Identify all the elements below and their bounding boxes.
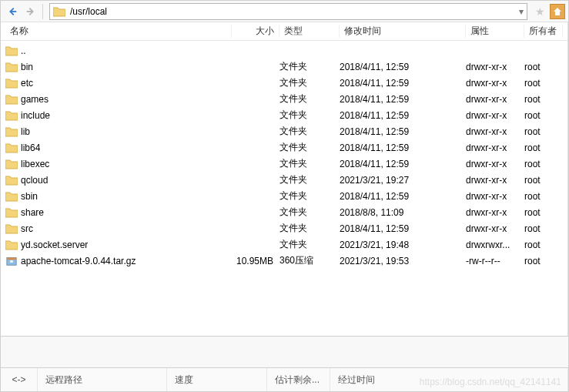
folder-icon: [5, 223, 18, 234]
folder-icon: [53, 6, 65, 17]
file-owner: root: [524, 175, 563, 186]
folder-icon: [5, 78, 18, 89]
file-row[interactable]: qcloud文件夹2021/3/21, 19:27drwxr-xr-xroot: [1, 172, 567, 188]
status-nav[interactable]: <->: [1, 368, 38, 391]
file-type: 360压缩: [279, 254, 340, 267]
file-list[interactable]: .. bin文件夹2018/4/11, 12:59drwxr-xr-xroote…: [1, 41, 567, 336]
transfer-blank: [1, 337, 568, 368]
path-input[interactable]: /usr/local ▾: [49, 3, 527, 20]
file-row[interactable]: src文件夹2018/4/11, 12:59drwxr-xr-xroot: [1, 220, 567, 236]
folder-icon: [5, 191, 18, 202]
file-type: 文件夹: [279, 109, 340, 122]
transfer-panel: <-> 远程路径 速度 估计剩余... 经过时间: [1, 336, 568, 391]
file-attr: drwxr-xr-x: [466, 223, 524, 234]
file-date: 2021/3/21, 19:48: [340, 240, 466, 250]
file-row[interactable]: lib文件夹2018/4/11, 12:59drwxr-xr-xroot: [1, 123, 567, 139]
file-row[interactable]: sbin文件夹2018/4/11, 12:59drwxr-xr-xroot: [1, 188, 567, 204]
file-date: 2021/3/21, 19:27: [340, 175, 466, 186]
file-type: 文件夹: [279, 238, 340, 251]
file-type: 文件夹: [279, 92, 340, 106]
file-row[interactable]: libexec文件夹2018/4/11, 12:59drwxr-xr-xroot: [1, 156, 567, 172]
svg-rect-2: [10, 260, 13, 263]
header-owner[interactable]: 所有者: [524, 25, 563, 38]
header-date[interactable]: 修改时间: [340, 25, 466, 38]
status-bar: <-> 远程路径 速度 估计剩余... 经过时间: [1, 368, 568, 391]
file-row[interactable]: apache-tomcat-9.0.44.tar.gz10.95MB360压缩2…: [1, 253, 567, 269]
file-owner: root: [524, 62, 563, 72]
status-remote-path[interactable]: 远程路径: [38, 368, 167, 391]
file-date: 2018/8/8, 11:09: [340, 207, 466, 218]
favorite-button[interactable]: ★: [532, 5, 548, 18]
file-date: 2021/3/21, 19:53: [340, 256, 466, 266]
file-type: 文件夹: [279, 60, 340, 73]
file-type: 文件夹: [279, 206, 340, 219]
file-date: 2018/4/11, 12:59: [340, 159, 466, 169]
file-name: qcloud: [21, 175, 48, 186]
file-size: 10.95MB: [232, 256, 279, 266]
header-attr[interactable]: 属性: [466, 25, 524, 38]
file-date: 2018/4/11, 12:59: [340, 110, 466, 121]
file-owner: root: [524, 94, 563, 105]
file-attr: drwxrwxr...: [466, 240, 524, 250]
file-row[interactable]: share文件夹2018/8/8, 11:09drwxr-xr-xroot: [1, 204, 567, 220]
file-row[interactable]: games文件夹2018/4/11, 12:59drwxr-xr-xroot: [1, 91, 567, 107]
folder-icon: [5, 126, 18, 137]
file-name: ..: [21, 45, 26, 56]
file-name: lib: [21, 126, 30, 137]
file-row[interactable]: include文件夹2018/4/11, 12:59drwxr-xr-xroot: [1, 107, 567, 123]
parent-dir-row[interactable]: ..: [1, 42, 567, 59]
file-owner: root: [524, 159, 563, 169]
status-speed: 速度: [167, 368, 267, 391]
folder-icon: [5, 62, 18, 72]
file-owner: root: [524, 207, 563, 218]
folder-icon: [5, 110, 18, 121]
file-attr: drwxr-xr-x: [466, 94, 524, 105]
header-name[interactable]: 名称: [5, 25, 232, 38]
file-owner: root: [524, 223, 563, 234]
column-headers: 名称 大小 类型 修改时间 属性 所有者: [1, 22, 567, 41]
navigation-toolbar: /usr/local ▾ ★: [1, 1, 568, 22]
file-owner: root: [524, 240, 563, 250]
file-name: lib64: [21, 142, 40, 153]
file-date: 2018/4/11, 12:59: [340, 126, 466, 137]
file-row[interactable]: bin文件夹2018/4/11, 12:59drwxr-xr-xroot: [1, 59, 567, 75]
path-text: /usr/local: [70, 6, 516, 17]
chevron-down-icon[interactable]: ▾: [519, 6, 524, 17]
file-attr: drwxr-xr-x: [466, 175, 524, 186]
file-row[interactable]: yd.socket.server文件夹2021/3/21, 19:48drwxr…: [1, 236, 567, 253]
status-elapsed: 经过时间: [330, 368, 568, 391]
file-type: 文件夹: [279, 189, 340, 203]
folder-icon: [5, 207, 18, 218]
header-size[interactable]: 大小: [232, 25, 279, 38]
folder-icon: [5, 175, 18, 186]
file-owner: root: [524, 126, 563, 137]
folder-icon: [5, 240, 18, 250]
file-name: libexec: [21, 159, 49, 169]
file-attr: drwxr-xr-x: [466, 78, 524, 89]
file-date: 2018/4/11, 12:59: [340, 223, 466, 234]
file-panel: 名称 大小 类型 修改时间 属性 所有者 .. bin文件夹2018/4/11,…: [1, 22, 568, 336]
file-attr: drwxr-xr-x: [466, 142, 524, 153]
forward-button[interactable]: [22, 3, 39, 20]
file-row[interactable]: lib64文件夹2018/4/11, 12:59drwxr-xr-xroot: [1, 139, 567, 156]
file-name: src: [21, 223, 33, 234]
file-owner: root: [524, 78, 563, 89]
folder-icon: [5, 142, 18, 153]
file-date: 2018/4/11, 12:59: [340, 94, 466, 105]
file-attr: -rw-r--r--: [466, 256, 524, 266]
home-button[interactable]: [550, 4, 565, 19]
file-type: 文件夹: [279, 222, 340, 235]
file-attr: drwxr-xr-x: [466, 126, 524, 137]
file-attr: drwxr-xr-x: [466, 110, 524, 121]
file-date: 2018/4/11, 12:59: [340, 78, 466, 89]
file-row[interactable]: etc文件夹2018/4/11, 12:59drwxr-xr-xroot: [1, 75, 567, 91]
header-type[interactable]: 类型: [279, 25, 340, 38]
file-date: 2018/4/11, 12:59: [340, 62, 466, 72]
file-name: etc: [21, 78, 33, 89]
file-owner: root: [524, 191, 563, 202]
file-owner: root: [524, 110, 563, 121]
file-type: 文件夹: [279, 76, 340, 89]
file-name: share: [21, 207, 44, 218]
back-button[interactable]: [4, 3, 21, 20]
file-area: 名称 大小 类型 修改时间 属性 所有者 .. bin文件夹2018/4/11,…: [1, 22, 568, 336]
